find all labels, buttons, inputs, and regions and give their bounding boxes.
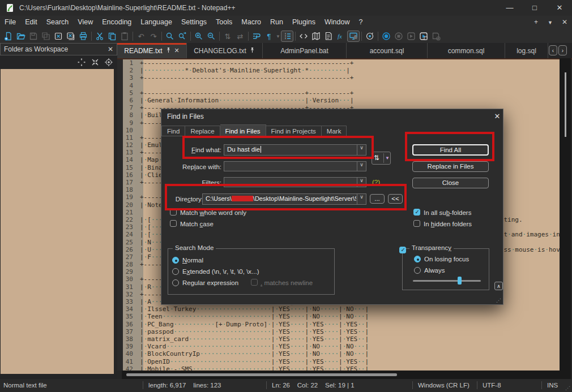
tab-scroll-left-icon[interactable]: ‹ xyxy=(549,45,557,55)
record-macro-icon[interactable] xyxy=(380,31,392,42)
document-map-icon[interactable] xyxy=(310,31,322,42)
collapse-all-icon[interactable] xyxy=(91,58,100,67)
menu-window[interactable]: Window xyxy=(320,16,354,29)
close-dialog-button[interactable]: Close xyxy=(412,178,489,188)
matches-newline-checkbox[interactable] xyxy=(251,279,258,286)
menu-search[interactable]: Search xyxy=(42,16,74,29)
close-tab-button[interactable]: ✕ xyxy=(562,18,567,26)
match-case-checkbox[interactable] xyxy=(170,220,177,227)
folder-as-workspace-panel[interactable] xyxy=(1,69,114,374)
redo-icon-disabled[interactable]: ↷ xyxy=(147,31,160,42)
replace-with-dropdown-icon[interactable]: ∨ xyxy=(357,162,366,171)
horizontal-scrollbar-thumb[interactable] xyxy=(126,373,397,376)
tab-adminpanel.bat[interactable]: AdminPanel.bat xyxy=(263,43,347,58)
folder-as-workspace-icon-active[interactable] xyxy=(347,31,360,42)
menu-plugins[interactable]: Plugins xyxy=(288,16,320,29)
cut-icon[interactable] xyxy=(93,31,106,42)
replace-icon[interactable] xyxy=(176,31,189,42)
menu-view[interactable]: View xyxy=(73,16,97,29)
folder-as-workspace-close-icon[interactable]: ✕ xyxy=(108,45,113,53)
tab-changelog.txt[interactable]: CHANGELOG.txt xyxy=(187,43,263,58)
undo-icon-disabled[interactable]: ↶ xyxy=(135,31,147,42)
play-macro-icon-disabled[interactable] xyxy=(405,31,417,42)
tab-account.sql[interactable]: account.sql xyxy=(347,43,428,58)
new-tab-button[interactable]: + xyxy=(534,18,538,26)
close-all-icon[interactable] xyxy=(65,31,77,42)
search-mode-normal-radio[interactable] xyxy=(172,257,179,264)
dialog-tab-find-in-projects[interactable]: Find in Projects xyxy=(266,126,322,136)
save-all-icon-disabled[interactable] xyxy=(40,31,52,42)
replace-with-combobox[interactable]: ∨ xyxy=(224,161,366,171)
dialog-tab-find[interactable]: Find xyxy=(161,126,185,136)
paste-icon-disabled[interactable] xyxy=(118,31,131,42)
sync-horizontal-icon-disabled[interactable]: ⇄ xyxy=(234,31,246,42)
expand-all-icon[interactable] xyxy=(77,58,86,67)
in-all-subfolders-checkbox[interactable] xyxy=(413,209,420,216)
menu-file[interactable]: File xyxy=(0,16,20,29)
tab-common.sql[interactable]: common.sql xyxy=(428,43,505,58)
tab-list-dropdown[interactable]: ▼ xyxy=(548,20,553,25)
menu-language[interactable]: Language xyxy=(136,16,177,29)
collapse-up-button[interactable]: ∧ xyxy=(494,282,503,290)
word-wrap-icon[interactable] xyxy=(250,31,263,42)
zoom-in-icon[interactable] xyxy=(193,31,205,42)
search-mode-regex-radio[interactable] xyxy=(172,279,179,286)
save-macro-icon-disabled[interactable] xyxy=(430,31,442,42)
tab-scroll-right-icon[interactable]: › xyxy=(558,45,567,55)
in-hidden-folders-checkbox[interactable] xyxy=(413,220,420,227)
close-file-icon[interactable] xyxy=(52,31,65,42)
status-eol-format: Windows (CR LF) xyxy=(418,382,469,389)
dialog-tab-replace[interactable]: Replace xyxy=(185,126,220,136)
menu-tools[interactable]: Tools xyxy=(211,16,237,29)
window-resize-grip[interactable]: ⋰ xyxy=(565,385,571,391)
transparency-slider-handle[interactable] xyxy=(458,277,462,285)
tab-log.sql[interactable]: log.sql xyxy=(505,43,548,58)
document-monitor-icon[interactable] xyxy=(364,31,376,42)
print-icon[interactable] xyxy=(77,31,89,42)
menu-macro[interactable]: Macro xyxy=(237,16,266,29)
transparency-slider[interactable] xyxy=(413,280,481,282)
horizontal-scrollbar[interactable] xyxy=(122,371,571,379)
dialog-tab-mark[interactable]: Mark xyxy=(322,126,347,136)
tab-readme.txt[interactable]: README.txt✕ xyxy=(117,43,187,58)
dialog-tab-find-in-files[interactable]: Find in Files xyxy=(220,124,266,136)
zoom-out-icon[interactable] xyxy=(205,31,217,42)
menu-settings[interactable]: Settings xyxy=(177,16,211,29)
search-mode-extended-radio[interactable] xyxy=(172,268,179,275)
show-symbols-dropdown-icon[interactable]: ▼ xyxy=(275,31,281,42)
vertical-scrollbar-thumb[interactable] xyxy=(565,72,566,137)
show-all-characters-icon[interactable]: ¶ xyxy=(263,31,275,42)
menu-edit[interactable]: Edit xyxy=(20,16,42,29)
view-in-browser-icon[interactable] xyxy=(297,31,310,42)
save-icon-disabled[interactable] xyxy=(27,31,40,42)
dialog-close-icon[interactable]: ✕ xyxy=(492,111,502,122)
pin-icon[interactable] xyxy=(165,47,172,55)
replace-in-files-button[interactable]: Replace in Files xyxy=(412,161,489,172)
menu-encoding[interactable]: Encoding xyxy=(97,16,136,29)
open-file-icon[interactable] xyxy=(15,31,27,42)
copy-icon[interactable] xyxy=(106,31,118,42)
swap-find-replace-button[interactable]: ⇅ ▼ xyxy=(372,152,391,165)
vertical-scrollbar[interactable] xyxy=(560,58,571,371)
dialog-resize-grip[interactable]: ⋰ xyxy=(496,298,501,303)
stop-macro-icon-disabled[interactable] xyxy=(392,31,405,42)
pin-icon[interactable] xyxy=(249,47,255,55)
swap-dropdown-icon[interactable]: ▼ xyxy=(385,156,390,161)
maximize-button[interactable]: □ xyxy=(522,0,547,16)
function-list-icon[interactable]: fx xyxy=(335,31,347,42)
minimize-button[interactable]: — xyxy=(497,0,522,16)
transparency-checkbox[interactable] xyxy=(399,247,406,253)
locate-file-icon[interactable] xyxy=(104,58,113,67)
document-list-icon[interactable] xyxy=(322,31,335,42)
menu-run[interactable]: Run xyxy=(266,16,288,29)
close-button[interactable]: ✕ xyxy=(547,0,572,16)
on-losing-focus-radio[interactable] xyxy=(414,256,421,262)
sync-vertical-icon-disabled[interactable]: ⇅ xyxy=(221,31,234,42)
always-radio[interactable] xyxy=(414,267,421,274)
tab-close-icon[interactable]: ✕ xyxy=(174,47,180,54)
find-icon[interactable] xyxy=(164,31,176,42)
indent-guide-icon-active[interactable] xyxy=(281,31,293,42)
new-file-icon[interactable] xyxy=(2,31,15,42)
run-macro-multiple-icon[interactable] xyxy=(417,31,430,42)
menu-help[interactable]: ? xyxy=(354,16,367,29)
